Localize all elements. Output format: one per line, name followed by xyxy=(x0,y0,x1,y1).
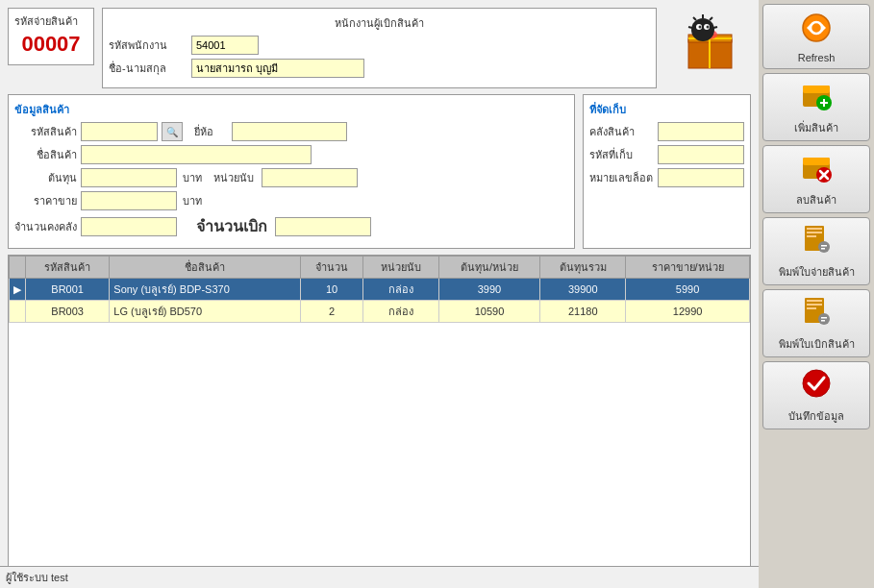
svg-rect-19 xyxy=(803,86,830,93)
sale-code-box: รหัสจ่ายสินค้า 00007 xyxy=(8,8,94,65)
storage-id-label: รหัสที่เก็บ xyxy=(589,146,654,163)
product-info-title: ข้อมูลสินค้า xyxy=(14,101,568,118)
stock-label: จำนวนคงคลัง xyxy=(14,218,77,235)
lot-label: หมายเลขล็อต xyxy=(589,169,654,186)
col-unit: หน่วยนับ xyxy=(363,257,438,279)
user-value: test xyxy=(51,572,68,583)
refresh-button[interactable]: Refresh xyxy=(762,4,870,69)
svg-rect-24 xyxy=(803,158,830,165)
delete-product-icon xyxy=(799,150,834,189)
brand-input[interactable] xyxy=(232,122,347,141)
add-product-label: เพิ่มสินค้า xyxy=(794,119,838,136)
refresh-label: Refresh xyxy=(798,52,836,63)
svg-rect-30 xyxy=(807,232,822,233)
delete-product-label: ลบสินค้า xyxy=(796,191,837,208)
storage-id-input[interactable] xyxy=(658,145,744,164)
table-row[interactable]: ▶BR001Sony (บลูเรย์) BDP-S37010กล่อง3990… xyxy=(10,279,750,301)
col-product-name: ชื่อสินค้า xyxy=(110,257,300,279)
staff-section: หน้กงานผู้เบิกสินค้า รหัสพนักงาน ชื่อ-นา… xyxy=(102,8,657,88)
col-cost-per-unit: ต้นทุน/หน่วย xyxy=(438,257,540,279)
character-image xyxy=(664,8,751,75)
user-label: ผู้ใช้ระบบ xyxy=(6,572,51,583)
staff-name-label: ชื่อ-นามสกุล xyxy=(109,60,186,77)
storage-title: ที่จัดเก็บ xyxy=(589,101,744,118)
svg-rect-41 xyxy=(821,320,825,322)
storage-box: ที่จัดเก็บ คลังสินค้า รหัสที่เก็บ หมายเล… xyxy=(583,94,751,249)
cost-input[interactable] xyxy=(81,168,177,187)
product-name-input[interactable] xyxy=(81,145,312,164)
right-sidebar: Refresh เพิ่มสินค้า xyxy=(759,0,874,588)
svg-point-9 xyxy=(707,25,710,28)
svg-rect-38 xyxy=(807,307,816,309)
price-label: ราคาขาย xyxy=(14,192,77,209)
save-label: บันทึกข้อมูล xyxy=(788,407,844,425)
table-row[interactable]: BR003LG (บลูเรย์) BD5702กล่อง10590211801… xyxy=(10,301,750,323)
product-id-label: รหัสสินค้า xyxy=(14,123,77,140)
product-info-box: ข้อมูลสินค้า รหัสสินค้า 🔍 ยี่ห้อ ชื่อสิน… xyxy=(8,94,575,249)
svg-point-42 xyxy=(803,370,830,397)
print-invoice-label: พิมพ์ใบเบิกสินค้า xyxy=(779,335,855,353)
svg-line-12 xyxy=(710,17,712,20)
svg-rect-31 xyxy=(807,235,816,237)
print-bill-icon xyxy=(799,222,834,261)
save-button[interactable]: บันทึกข้อมูล xyxy=(762,361,870,429)
staff-section-title: หน้กงานผู้เบิกสินค้า xyxy=(109,14,650,32)
svg-line-13 xyxy=(688,27,692,28)
cost-unit: บาท xyxy=(183,169,202,186)
search-button[interactable]: 🔍 xyxy=(162,122,183,141)
brand-label: ยี่ห้อ xyxy=(194,123,228,140)
sale-code-value: 00007 xyxy=(14,32,87,57)
warehouse-input[interactable] xyxy=(658,122,744,141)
data-table: รหัสสินค้า ชื่อสินค้า จำนวน หน่วยนับ ต้น… xyxy=(9,256,750,323)
col-indicator xyxy=(10,257,26,279)
svg-rect-29 xyxy=(807,228,822,230)
product-table: รหัสสินค้า ชื่อสินค้า จำนวน หน่วยนับ ต้น… xyxy=(8,255,751,569)
svg-rect-37 xyxy=(807,304,822,306)
price-input[interactable] xyxy=(81,191,177,210)
print-bill-button[interactable]: พิมพ์ใบจ่ายสินค้า xyxy=(762,217,870,285)
print-invoice-icon xyxy=(799,294,834,333)
delete-product-button[interactable]: ลบสินค้า xyxy=(762,145,870,213)
staff-id-input[interactable] xyxy=(191,36,259,55)
svg-rect-32 xyxy=(818,241,830,253)
svg-rect-39 xyxy=(818,313,830,325)
save-icon xyxy=(799,366,834,405)
product-id-input[interactable] xyxy=(81,122,158,141)
warehouse-label: คลังสินค้า xyxy=(589,123,654,140)
big-stock-input[interactable] xyxy=(275,217,371,236)
svg-point-5 xyxy=(691,18,714,41)
svg-rect-34 xyxy=(821,248,825,250)
staff-name-input[interactable] xyxy=(191,59,364,78)
add-product-button[interactable]: เพิ่มสินค้า xyxy=(762,73,870,141)
print-invoice-button[interactable]: พิมพ์ใบเบิกสินค้า xyxy=(762,289,870,357)
cost-label: ต้นทุน xyxy=(14,169,77,186)
svg-line-11 xyxy=(693,17,696,20)
svg-point-8 xyxy=(699,25,702,28)
svg-rect-36 xyxy=(807,300,822,302)
col-product-code: รหัสสินค้า xyxy=(26,257,110,279)
unit-input[interactable] xyxy=(262,168,358,187)
svg-rect-22 xyxy=(823,99,825,107)
col-price-per-unit: ราคาขาย/หน่วย xyxy=(626,257,750,279)
unit-label: หน่วยนับ xyxy=(213,169,254,186)
status-bar: ผู้ใช้ระบบ test xyxy=(0,566,759,588)
svg-line-14 xyxy=(713,27,717,28)
col-qty: จำนวน xyxy=(300,257,363,279)
big-stock-label: จำนวนเบิก xyxy=(196,214,267,238)
stock-input[interactable] xyxy=(81,217,177,236)
add-product-icon xyxy=(799,78,834,117)
sale-code-label: รหัสจ่ายสินค้า xyxy=(14,12,87,30)
svg-rect-40 xyxy=(821,317,827,319)
svg-rect-33 xyxy=(821,245,827,247)
print-bill-label: พิมพ์ใบจ่ายสินค้า xyxy=(779,263,855,281)
staff-id-label: รหัสพนักงาน xyxy=(109,37,186,54)
col-total-cost: ต้นทุนรวม xyxy=(540,257,626,279)
product-name-label: ชื่อสินค้า xyxy=(14,146,77,163)
lot-input[interactable] xyxy=(658,168,744,187)
price-unit: บาท xyxy=(183,192,202,209)
refresh-icon xyxy=(799,11,834,50)
